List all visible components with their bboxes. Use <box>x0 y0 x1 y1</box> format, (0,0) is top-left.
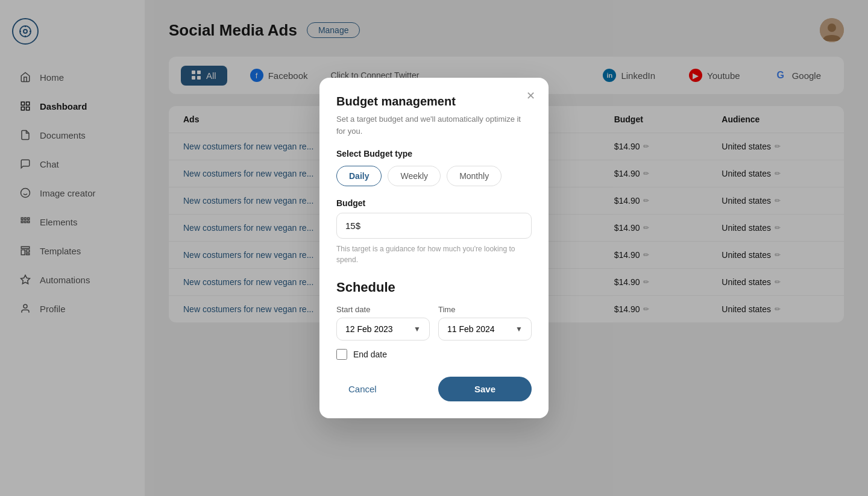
budget-field-label: Budget <box>336 198 532 208</box>
modal-subtitle: Set a target budget and we'll automatica… <box>336 113 532 137</box>
budget-type-weekly[interactable]: Weekly <box>388 166 441 186</box>
budget-input[interactable] <box>336 213 532 239</box>
time-label: Time <box>438 305 532 314</box>
budget-type-daily[interactable]: Daily <box>336 166 382 186</box>
end-date-label[interactable]: End date <box>353 350 387 359</box>
time-col: Time 11 Feb 2024 ▼ <box>438 305 532 341</box>
end-date-row: End date <box>336 349 532 360</box>
start-date-col: Start date 12 Feb 2023 ▼ <box>336 305 430 341</box>
schedule-title: Schedule <box>336 280 532 295</box>
cancel-button[interactable]: Cancel <box>336 378 389 400</box>
time-chevron: ▼ <box>515 325 523 333</box>
time-select[interactable]: 11 Feb 2024 ▼ <box>438 318 532 341</box>
save-button[interactable]: Save <box>438 377 532 401</box>
budget-type-selector: Daily Weekly Monthly <box>336 166 532 186</box>
budget-management-modal: ✕ Budget management Set a target budget … <box>319 78 549 418</box>
schedule-row: Start date 12 Feb 2023 ▼ Time 11 Feb 202… <box>336 305 532 341</box>
end-date-checkbox[interactable] <box>336 349 347 360</box>
modal-title: Budget management <box>336 95 532 108</box>
start-date-chevron: ▼ <box>414 325 421 333</box>
time-value: 11 Feb 2024 <box>447 324 495 334</box>
modal-overlay: ✕ Budget management Set a target budget … <box>0 0 868 496</box>
start-date-value: 12 Feb 2023 <box>345 324 393 334</box>
modal-close-button[interactable]: ✕ <box>522 87 539 104</box>
budget-type-label: Select Budget type <box>336 149 532 159</box>
budget-hint: This target is a guidance for how much y… <box>336 243 532 265</box>
modal-button-row: Cancel Save <box>336 377 532 401</box>
start-date-select[interactable]: 12 Feb 2023 ▼ <box>336 318 430 341</box>
budget-type-monthly[interactable]: Monthly <box>447 166 502 186</box>
start-date-label: Start date <box>336 305 430 314</box>
